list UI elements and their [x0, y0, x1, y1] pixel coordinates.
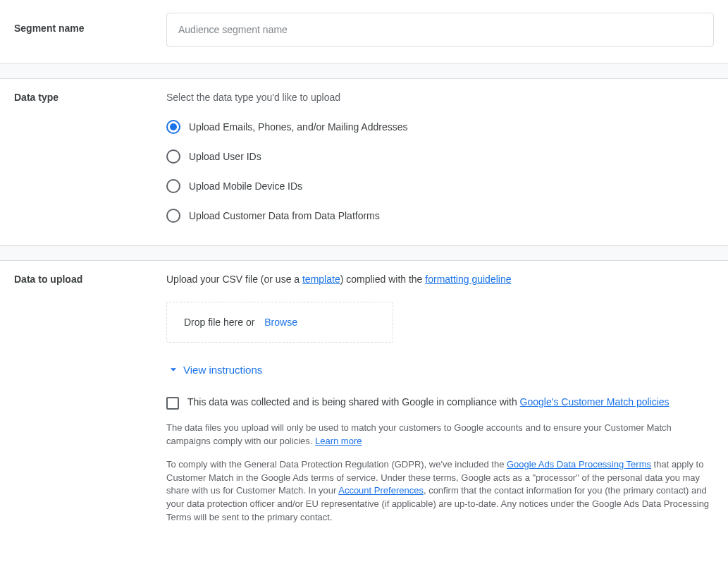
fineprint-usage-text: The data files you upload will only be u…: [166, 422, 672, 446]
upload-hint-pre: Upload your CSV file (or use a: [166, 274, 302, 285]
file-dropzone[interactable]: Drop file here or Browse: [166, 302, 393, 343]
segment-name-body: [166, 13, 714, 47]
account-preferences-link[interactable]: Account Preferences: [338, 485, 424, 496]
data-type-body: Select the data type you'd like to uploa…: [166, 92, 714, 228]
customer-match-policies-link[interactable]: Google's Customer Match policies: [520, 396, 670, 407]
radio-icon: [166, 120, 180, 134]
section-divider: [0, 245, 728, 261]
data-type-radio-list: Upload Emails, Phones, and/or Mailing Ad…: [166, 120, 714, 223]
radio-label: Upload Customer Data from Data Platforms: [189, 210, 380, 221]
fineprint-usage: The data files you upload will only be u…: [166, 422, 714, 448]
data-upload-section: Data to upload Upload your CSV file (or …: [0, 261, 728, 551]
data-type-hint: Select the data type you'd like to uploa…: [166, 92, 714, 103]
chevron-down-icon: [166, 362, 180, 376]
dropzone-text: Drop file here or: [184, 317, 254, 328]
upload-hint: Upload your CSV file (or use a template)…: [166, 274, 714, 285]
data-type-section: Data type Select the data type you'd lik…: [0, 79, 728, 245]
data-processing-terms-link[interactable]: Google Ads Data Processing Terms: [507, 459, 651, 470]
learn-more-link[interactable]: Learn more: [315, 436, 362, 446]
radio-option-user-ids[interactable]: Upload User IDs: [166, 149, 714, 164]
data-upload-body: Upload your CSV file (or use a template)…: [166, 274, 714, 534]
fineprint-gdpr-a: To comply with the General Data Protecti…: [166, 459, 507, 470]
radio-icon: [166, 209, 180, 223]
radio-option-data-platforms[interactable]: Upload Customer Data from Data Platforms: [166, 209, 714, 223]
segment-name-input[interactable]: [166, 13, 714, 47]
radio-label: Upload Emails, Phones, and/or Mailing Ad…: [189, 121, 408, 133]
compliance-checkbox[interactable]: [166, 397, 179, 410]
formatting-guideline-link[interactable]: formatting guideline: [425, 274, 511, 285]
radio-icon: [166, 149, 180, 164]
radio-label: Upload Mobile Device IDs: [189, 180, 302, 192]
template-link[interactable]: template: [302, 274, 340, 285]
upload-hint-mid: ) complied with the: [340, 274, 426, 285]
data-type-label: Data type: [14, 92, 166, 228]
compliance-text: This data was collected and is being sha…: [187, 396, 670, 407]
browse-button[interactable]: Browse: [264, 317, 297, 328]
view-instructions-toggle[interactable]: View instructions: [166, 362, 714, 376]
section-divider: [0, 63, 728, 79]
radio-option-emails-phones-mailing[interactable]: Upload Emails, Phones, and/or Mailing Ad…: [166, 120, 714, 134]
radio-icon: [166, 179, 180, 193]
segment-name-label: Segment name: [14, 13, 166, 47]
compliance-text-pre: This data was collected and is being sha…: [187, 396, 520, 407]
compliance-row: This data was collected and is being sha…: [166, 396, 714, 409]
segment-name-section: Segment name: [0, 0, 728, 63]
fineprint-gdpr: To comply with the General Data Protecti…: [166, 458, 714, 525]
data-upload-label: Data to upload: [14, 274, 166, 534]
radio-label: Upload User IDs: [189, 151, 261, 162]
view-instructions-label: View instructions: [183, 364, 262, 376]
radio-option-mobile-device-ids[interactable]: Upload Mobile Device IDs: [166, 179, 714, 193]
